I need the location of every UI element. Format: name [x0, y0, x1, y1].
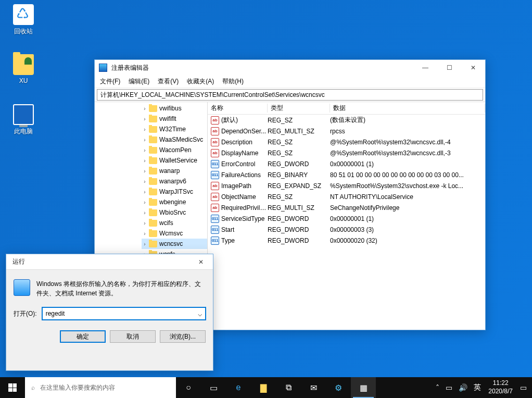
search-box[interactable]: ⌕ 在这里输入你要搜索的内容 — [25, 377, 176, 398]
value-row[interactable]: abDisplayNameREG_SZ@%SystemRoot%\system3… — [208, 147, 485, 158]
value-name: FailureActions — [221, 171, 261, 179]
store-icon[interactable]: ⧉ — [276, 377, 301, 398]
person-icon — [24, 57, 32, 65]
network-icon[interactable]: ▭ — [442, 383, 455, 392]
address-bar[interactable]: 计算机\HKEY_LOCAL_MACHINE\SYSTEM\CurrentCon… — [97, 89, 483, 101]
cancel-button[interactable]: 取消 — [110, 330, 156, 343]
value-row[interactable]: abObjectNameREG_SZNT AUTHORITY\LocalServ… — [208, 191, 485, 202]
expand-icon[interactable]: › — [142, 158, 148, 164]
col-name[interactable]: 名称 — [208, 104, 268, 113]
settings-icon[interactable]: ⚙ — [326, 377, 351, 398]
expand-icon[interactable]: › — [142, 220, 148, 226]
minimize-button[interactable]: — — [413, 60, 437, 76]
value-data: rpcss — [330, 128, 345, 135]
value-row[interactable]: 011ErrorControlREG_DWORD0x00000001 (1) — [208, 158, 485, 169]
value-type-icon: 011 — [211, 171, 219, 179]
tree-item[interactable]: ›wcifs — [142, 218, 207, 228]
value-row[interactable]: 011ServiceSidTypeREG_DWORD0x00000001 (1) — [208, 213, 485, 224]
tree-item[interactable]: ›WbioSrvc — [142, 207, 207, 218]
notifications-icon[interactable]: ▭ — [517, 383, 530, 392]
regedit-taskbar-icon[interactable]: ▦ — [351, 377, 376, 398]
expand-icon[interactable]: › — [142, 189, 148, 195]
ime-indicator[interactable]: 英 — [471, 383, 484, 392]
run-icon — [14, 279, 30, 296]
explorer-icon[interactable]: ▇ — [251, 377, 276, 398]
edge-icon[interactable]: e — [226, 377, 251, 398]
expand-icon[interactable]: › — [142, 137, 148, 143]
tree-item[interactable]: ›wbengine — [142, 197, 207, 207]
tree-item-label: WarpJITSvc — [159, 188, 193, 195]
taskbar: ⌕ 在这里输入你要搜索的内容 ○ ▭ e ▇ ⧉ ✉ ⚙ ▦ ˄ ▭ 🔊 英 1… — [0, 377, 532, 398]
expand-icon[interactable]: › — [142, 106, 148, 111]
expand-icon[interactable]: › — [142, 179, 148, 184]
col-type[interactable]: 类型 — [268, 104, 330, 113]
desktop-icon-folder[interactable]: XU — [4, 54, 43, 84]
value-row[interactable]: 011StartREG_DWORD0x00000003 (3) — [208, 224, 485, 235]
run-description: Windows 将根据你所输入的名称，为你打开相应的程序、文件夹、文档或 Int… — [36, 279, 206, 298]
start-button[interactable] — [0, 377, 25, 398]
close-button[interactable]: ✕ — [189, 254, 213, 270]
value-type: REG_BINARY — [268, 171, 308, 179]
expand-icon[interactable]: › — [142, 168, 148, 174]
expand-icon[interactable]: › — [142, 147, 148, 153]
value-row[interactable]: abDescriptionREG_SZ@%SystemRoot%\system3… — [208, 136, 485, 147]
desktop-icon-recycle[interactable]: 回收站 — [4, 4, 43, 36]
tree-item[interactable]: ›W32Time — [142, 124, 207, 134]
mail-icon[interactable]: ✉ — [301, 377, 326, 398]
value-row[interactable]: abRequiredPrivile...REG_MULTI_SZSeChange… — [208, 202, 485, 213]
value-name: DisplayName — [221, 150, 258, 157]
open-combobox[interactable]: regedit — [42, 307, 206, 320]
value-type-icon: ab — [211, 116, 219, 125]
value-row[interactable]: ab(默认)REG_SZ(数值未设置) — [208, 115, 485, 126]
value-row[interactable]: 011FailureActionsREG_BINARY80 51 01 00 0… — [208, 169, 485, 180]
expand-icon[interactable]: › — [142, 116, 148, 122]
taskview-icon[interactable]: ▭ — [201, 377, 226, 398]
tree-item-label: wanarpv6 — [159, 178, 186, 185]
titlebar[interactable]: 运行 ✕ — [6, 254, 213, 270]
titlebar[interactable]: 注册表编辑器 — ☐ ✕ — [95, 60, 485, 76]
menu-help[interactable]: 帮助(H) — [219, 76, 247, 87]
expand-icon[interactable]: › — [142, 127, 148, 132]
clock[interactable]: 11:22 2020/8/7 — [484, 379, 517, 395]
tree-item[interactable]: ›WalletService — [142, 155, 207, 166]
tray-chevron-icon[interactable]: ˄ — [433, 383, 442, 392]
menu-edit[interactable]: 编辑(E) — [125, 76, 153, 87]
tree-item-label: wbengine — [159, 198, 186, 206]
expand-icon[interactable]: › — [142, 241, 148, 247]
regedit-icon — [99, 64, 107, 72]
tree-item[interactable]: ›Wcmsvc — [142, 228, 207, 239]
maximize-button[interactable]: ☐ — [437, 60, 461, 76]
tree-item[interactable]: ›WarpJITSvc — [142, 186, 207, 197]
ok-button[interactable]: 确定 — [60, 330, 106, 343]
col-data[interactable]: 数据 — [330, 104, 485, 113]
run-dialog: 运行 ✕ Windows 将根据你所输入的名称，为你打开相应的程序、文件夹、文档… — [6, 254, 213, 371]
value-type: REG_SZ — [268, 150, 293, 157]
menu-file[interactable]: 文件(F) — [97, 76, 123, 87]
tree-item[interactable]: ›wcncsvc — [142, 239, 207, 249]
values-pane[interactable]: 名称 类型 数据 ab(默认)REG_SZ(数值未设置)abDependOnSe… — [208, 102, 485, 330]
browse-button[interactable]: 浏览(B)... — [160, 330, 206, 343]
tree-item[interactable]: ›vwifibus — [142, 103, 207, 114]
value-row[interactable]: abImagePathREG_EXPAND_SZ%SystemRoot%\Sys… — [208, 180, 485, 191]
menu-view[interactable]: 查看(V) — [155, 76, 182, 87]
expand-icon[interactable]: › — [142, 231, 148, 237]
close-button[interactable]: ✕ — [461, 60, 485, 76]
tree-item[interactable]: ›wanarpv6 — [142, 176, 207, 186]
value-type: REG_MULTI_SZ — [268, 128, 314, 135]
value-type-icon: 011 — [211, 226, 219, 234]
menu-favorites[interactable]: 收藏夹(A) — [184, 76, 217, 87]
desktop-icon-thispc[interactable]: 此电脑 — [4, 104, 43, 136]
expand-icon[interactable]: › — [142, 200, 148, 205]
tree-item[interactable]: ›wanarp — [142, 166, 207, 176]
value-row[interactable]: abDependOnSer...REG_MULTI_SZrpcss — [208, 126, 485, 136]
tree-item[interactable]: ›WacomPen — [142, 145, 207, 155]
cortana-icon[interactable]: ○ — [176, 377, 201, 398]
tree-item-label: wcncsvc — [159, 240, 183, 247]
tree-item[interactable]: ›vwififlt — [142, 114, 207, 124]
value-row[interactable]: 011TypeREG_DWORD0x00000020 (32) — [208, 235, 485, 246]
value-data: 0x00000020 (32) — [330, 237, 377, 244]
tree-item[interactable]: ›WaaSMedicSvc — [142, 134, 207, 145]
volume-icon[interactable]: 🔊 — [455, 383, 471, 392]
desktop-label: 回收站 — [4, 27, 43, 36]
expand-icon[interactable]: › — [142, 210, 148, 216]
